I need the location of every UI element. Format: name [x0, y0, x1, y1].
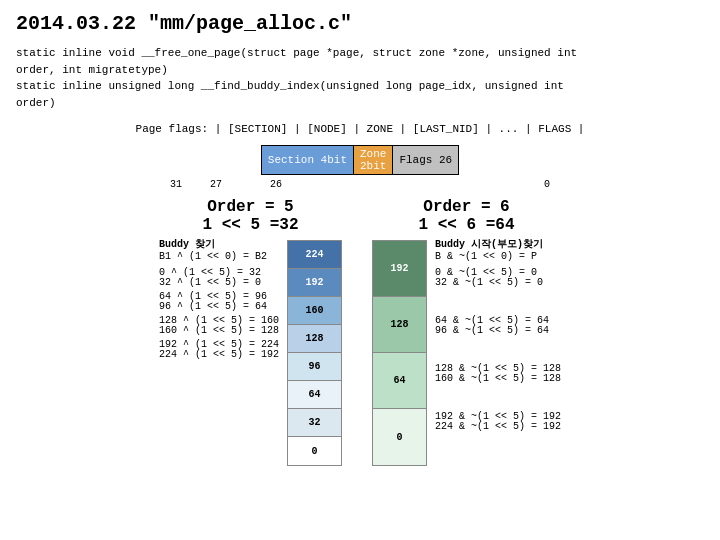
stack-right-0: 0 — [373, 409, 426, 465]
order5-section: Order = 5 1 << 5 =32 Buddy 찾기 B1 ^ (1 <<… — [159, 198, 342, 466]
page-flags: Page flags: | [SECTION] | [NODE] | ZONE … — [16, 123, 704, 135]
flags-cell: Flags 26 — [393, 146, 459, 175]
buddy-right-row7: 224 & ~(1 << 5) = 192 — [435, 422, 561, 432]
flag-bits: 31 27 26 0 — [16, 179, 704, 190]
stack-right-128: 128 — [373, 297, 426, 353]
stack-block-64: 64 — [288, 381, 341, 409]
order5-title: Order = 5 1 << 5 =32 — [202, 198, 298, 234]
stack-right-192: 192 — [373, 241, 426, 297]
buddy-left-row5: 160 ^ (1 << 5) = 128 — [159, 326, 279, 336]
buddy-right-row3: 96 & ~(1 << 5) = 64 — [435, 326, 561, 336]
zone-cell: Zone 2bit — [354, 146, 393, 175]
order6-title: Order = 6 1 << 6 =64 — [419, 198, 515, 234]
stack-right-64: 64 — [373, 353, 426, 409]
buddy-left-eq: B1 ^ (1 << 0) = B2 — [159, 252, 279, 262]
flag-diagram: Section 4bit Zone 2bit Flags 26 — [16, 145, 704, 175]
buddy-left-row7: 224 ^ (1 << 5) = 192 — [159, 350, 279, 360]
buddy-left-row1: 32 ^ (1 << 5) = 0 — [159, 278, 279, 288]
stack-block-128: 128 — [288, 325, 341, 353]
section-cell: Section 4bit — [261, 146, 353, 175]
page-title: 2014.03.22 "mm/page_alloc.c" — [16, 12, 704, 35]
buddy-right-row5: 160 & ~(1 << 5) = 128 — [435, 374, 561, 384]
buddy-right-row1: 32 & ~(1 << 5) = 0 — [435, 278, 561, 288]
buddy-right-eq: B & ~(1 << 0) = P — [435, 252, 561, 262]
order6-section: Order = 6 1 << 6 =64 192 128 64 0 Buddy … — [372, 198, 561, 466]
code-block: static inline void __free_one_page(struc… — [16, 45, 704, 111]
stack-block-32: 32 — [288, 409, 341, 437]
stack-left: 224 192 160 128 96 64 32 0 — [287, 240, 342, 466]
stack-block-224: 224 — [288, 241, 341, 269]
stack-right: 192 128 64 0 — [372, 240, 427, 466]
stack-block-192: 192 — [288, 269, 341, 297]
stack-block-160: 160 — [288, 297, 341, 325]
stack-block-0: 0 — [288, 437, 341, 465]
stack-block-96: 96 — [288, 353, 341, 381]
buddy-left-label: Buddy 찾기 — [159, 240, 279, 250]
buddy-left-row3: 96 ^ (1 << 5) = 64 — [159, 302, 279, 312]
buddy-right-label: Buddy 시작(부모)찾기 — [435, 240, 561, 250]
